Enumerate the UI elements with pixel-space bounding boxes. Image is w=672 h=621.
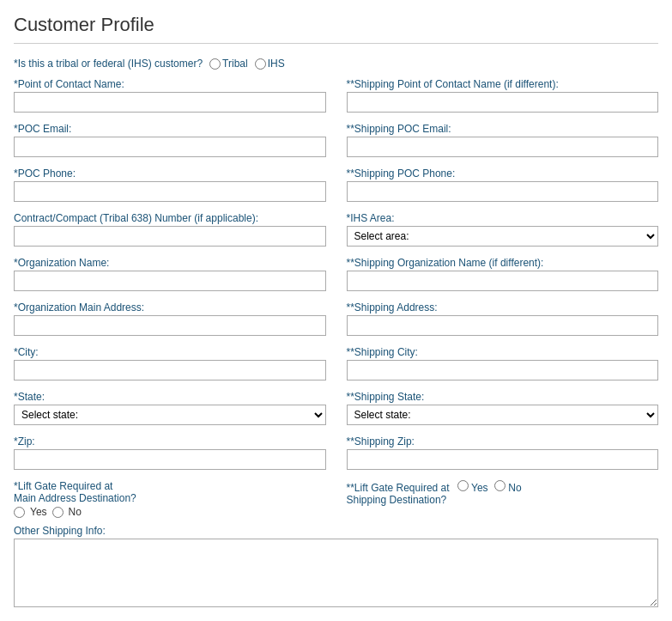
- city-input[interactable]: [14, 360, 326, 381]
- shipping-poc-phone-label: **Shipping POC Phone:: [347, 167, 659, 180]
- shipping-city-field: **Shipping City:: [347, 346, 659, 381]
- shipping-address-label: **Shipping Address:: [347, 301, 659, 314]
- shipping-lift-gate-no-radio[interactable]: [494, 480, 506, 491]
- other-shipping-label: Other Shipping Info:: [14, 525, 658, 537]
- page-title: Customer Profile: [14, 14, 658, 44]
- ihs-area-select[interactable]: Select area:: [347, 226, 659, 247]
- shipping-poc-email-field: **Shipping POC Email:: [347, 123, 659, 157]
- other-shipping-field: Other Shipping Info:: [14, 525, 658, 607]
- contract-number-input[interactable]: [14, 226, 326, 247]
- org-name-input[interactable]: [14, 271, 326, 291]
- poc-name-label: *Point of Contact Name:: [14, 78, 326, 90]
- ihs-area-field: *IHS Area: Select area:: [347, 212, 659, 247]
- tribal-question-label: *Is this a tribal or federal (IHS) custo…: [14, 58, 203, 70]
- ihs-radio[interactable]: [255, 58, 266, 70]
- poc-phone-field: *POC Phone:: [14, 167, 326, 202]
- shipping-poc-email-input[interactable]: [347, 137, 659, 157]
- city-label: *City:: [14, 346, 326, 358]
- org-address-label: *Organization Main Address:: [14, 301, 326, 314]
- shipping-city-label: **Shipping City:: [347, 346, 659, 358]
- poc-email-input[interactable]: [14, 137, 326, 157]
- shipping-city-input[interactable]: [347, 360, 659, 381]
- lift-gate-yes-radio[interactable]: [14, 507, 25, 518]
- poc-name-field: *Point of Contact Name:: [14, 78, 326, 113]
- shipping-state-select[interactable]: Select state:: [347, 405, 659, 425]
- lift-gate-label: *Lift Gate Required at Main Address Dest…: [14, 480, 326, 504]
- state-field: *State: Select state:: [14, 391, 326, 425]
- shipping-org-name-label: **Shipping Organization Name (if differe…: [347, 257, 659, 269]
- shipping-poc-name-label: **Shipping Point of Contact Name (if dif…: [347, 78, 659, 90]
- lift-gate-no-label: No: [69, 506, 82, 518]
- zip-label: *Zip:: [14, 435, 326, 447]
- shipping-address-field: **Shipping Address:: [347, 301, 659, 336]
- shipping-zip-input[interactable]: [347, 449, 659, 470]
- shipping-poc-name-field: **Shipping Point of Contact Name (if dif…: [347, 78, 659, 113]
- contract-number-field: Contract/Compact (Tribal 638) Number (if…: [14, 212, 326, 247]
- ihs-label: IHS: [268, 58, 285, 70]
- poc-phone-input[interactable]: [14, 181, 326, 202]
- shipping-lift-gate-label: **Lift Gate Required at Yes No Shipping …: [347, 480, 659, 506]
- shipping-org-name-field: **Shipping Organization Name (if differe…: [347, 257, 659, 291]
- org-name-field: *Organization Name:: [14, 257, 326, 291]
- lift-gate-yes-label: Yes: [30, 506, 47, 518]
- shipping-poc-phone-input[interactable]: [347, 181, 659, 202]
- shipping-poc-phone-field: **Shipping POC Phone:: [347, 167, 659, 202]
- shipping-state-label: **Shipping State:: [347, 391, 659, 403]
- shipping-zip-label: **Shipping Zip:: [347, 435, 659, 447]
- shipping-zip-field: **Shipping Zip:: [347, 435, 659, 470]
- lift-gate-no-radio[interactable]: [52, 507, 64, 518]
- poc-email-label: *POC Email:: [14, 123, 326, 135]
- other-shipping-textarea[interactable]: [14, 539, 658, 607]
- state-select[interactable]: Select state:: [14, 405, 326, 425]
- shipping-address-input[interactable]: [347, 315, 659, 336]
- ihs-area-label: *IHS Area:: [347, 212, 659, 224]
- shipping-org-name-input[interactable]: [347, 271, 659, 291]
- tribal-radio[interactable]: [209, 58, 221, 70]
- poc-name-input[interactable]: [14, 92, 326, 113]
- org-address-field: *Organization Main Address:: [14, 301, 326, 336]
- org-name-label: *Organization Name:: [14, 257, 326, 269]
- shipping-state-field: **Shipping State: Select state:: [347, 391, 659, 425]
- poc-email-field: *POC Email:: [14, 123, 326, 157]
- lift-gate-field: *Lift Gate Required at Main Address Dest…: [14, 480, 326, 518]
- zip-field: *Zip:: [14, 435, 326, 470]
- shipping-lift-gate-field: **Lift Gate Required at Yes No Shipping …: [347, 480, 659, 518]
- zip-input[interactable]: [14, 449, 326, 470]
- shipping-lift-gate-yes-radio[interactable]: [457, 480, 469, 491]
- shipping-poc-name-input[interactable]: [347, 92, 659, 113]
- city-field: *City:: [14, 346, 326, 381]
- poc-phone-label: *POC Phone:: [14, 167, 326, 180]
- shipping-poc-email-label: **Shipping POC Email:: [347, 123, 659, 135]
- contract-number-label: Contract/Compact (Tribal 638) Number (if…: [14, 212, 326, 224]
- shipping-lift-gate-no-label: No: [508, 482, 521, 494]
- shipping-lift-gate-yes-label: Yes: [471, 482, 488, 494]
- tribal-label: Tribal: [222, 58, 248, 70]
- state-label: *State:: [14, 391, 326, 403]
- org-address-input[interactable]: [14, 315, 326, 336]
